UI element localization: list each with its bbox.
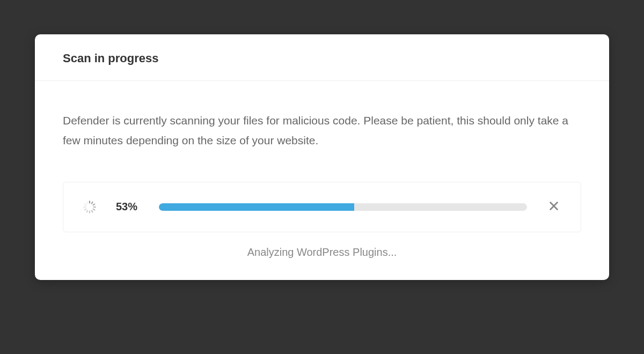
svg-rect-2 xyxy=(92,203,96,206)
progress-bar xyxy=(159,203,527,211)
progress-panel: 53% xyxy=(63,182,581,232)
scan-description: Defender is currently scanning your file… xyxy=(63,111,581,151)
svg-rect-11 xyxy=(86,201,89,204)
svg-rect-0 xyxy=(89,201,90,203)
card-title: Scan in progress xyxy=(63,51,581,65)
svg-rect-10 xyxy=(84,203,87,206)
progress-percent-label: 53% xyxy=(116,201,140,213)
close-icon xyxy=(548,200,560,213)
svg-rect-9 xyxy=(83,206,86,207)
svg-rect-3 xyxy=(93,206,96,207)
progress-bar-fill xyxy=(159,203,354,211)
svg-rect-1 xyxy=(91,201,93,204)
svg-rect-7 xyxy=(86,210,89,213)
cancel-scan-button[interactable] xyxy=(546,200,561,215)
card-body: Defender is currently scanning your file… xyxy=(35,81,609,280)
scan-status-text: Analyzing WordPress Plugins... xyxy=(63,246,581,259)
scan-progress-card: Scan in progress Defender is currently s… xyxy=(35,34,609,280)
spinner-icon xyxy=(83,200,97,214)
svg-rect-4 xyxy=(92,208,96,211)
svg-rect-5 xyxy=(91,210,93,213)
card-header: Scan in progress xyxy=(35,34,609,81)
svg-rect-6 xyxy=(89,210,90,213)
svg-rect-8 xyxy=(84,208,87,211)
